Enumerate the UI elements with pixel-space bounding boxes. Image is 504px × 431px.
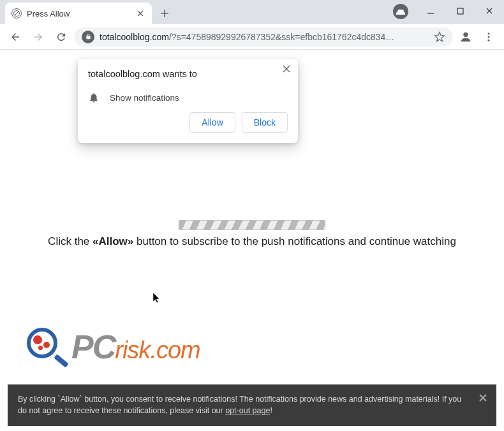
dialog-close-button[interactable] — [283, 65, 290, 73]
new-tab-button[interactable] — [156, 4, 174, 22]
permission-item: Show notifications — [110, 93, 179, 103]
block-button[interactable]: Block — [242, 112, 288, 133]
permission-title: totalcoolblog.com wants to — [88, 69, 288, 79]
bookmark-star-icon[interactable] — [434, 31, 445, 43]
kebab-menu-button[interactable] — [478, 27, 499, 47]
profile-avatar-button[interactable] — [456, 27, 476, 47]
address-bar[interactable]: totalcoolblog.com/?s=475898929926787352&… — [74, 27, 453, 47]
mouse-cursor-icon — [152, 292, 161, 305]
logo-text-pc: PC — [71, 328, 115, 365]
svg-point-1 — [463, 32, 468, 36]
forward-button[interactable] — [28, 27, 48, 47]
bell-icon — [88, 92, 100, 103]
consent-bar: By clicking `Allow` button, you consent … — [8, 384, 496, 427]
browser-toolbar: totalcoolblog.com/?s=475898929926787352&… — [0, 24, 504, 50]
tab-close-button[interactable] — [135, 8, 145, 18]
magnifier-icon — [26, 326, 66, 367]
incognito-icon — [393, 4, 408, 19]
optout-link[interactable]: opt-out page — [225, 406, 270, 415]
lock-icon — [82, 31, 94, 43]
pcrisk-logo: PCrisk.com — [26, 326, 200, 367]
page-message: Click the «Allow» button to subscribe to… — [0, 235, 504, 248]
window-close-button[interactable] — [475, 0, 504, 22]
logo-text-risk: risk.com — [115, 337, 200, 363]
consent-close-button[interactable] — [478, 393, 487, 402]
svg-point-4 — [488, 39, 490, 41]
browser-tab[interactable]: Press Allow — [5, 3, 152, 24]
loading-bar — [179, 220, 325, 230]
svg-rect-0 — [457, 8, 463, 14]
reload-button[interactable] — [51, 27, 71, 47]
notification-permission-dialog: totalcoolblog.com wants to Show notifica… — [78, 59, 298, 143]
window-maximize-button[interactable] — [445, 0, 475, 22]
svg-point-3 — [488, 36, 490, 38]
window-minimize-button[interactable] — [416, 0, 445, 22]
globe-icon — [11, 8, 22, 18]
url-text: totalcoolblog.com/?s=475898929926787352&… — [100, 32, 429, 42]
back-button[interactable] — [5, 27, 26, 47]
tab-title: Press Allow — [27, 9, 130, 18]
tab-strip: Press Allow — [0, 0, 504, 24]
svg-point-2 — [488, 33, 490, 34]
allow-button[interactable]: Allow — [189, 112, 235, 133]
